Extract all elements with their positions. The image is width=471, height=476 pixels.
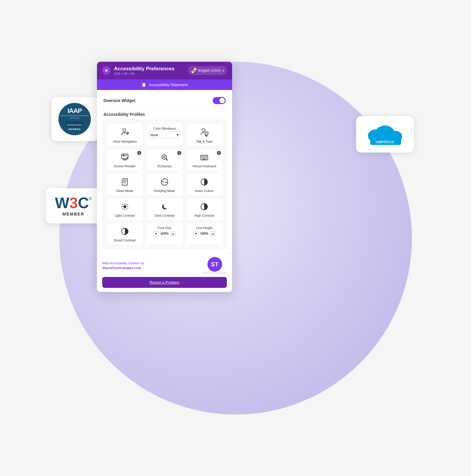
svg-rect-14 <box>125 155 127 156</box>
virtual-keyboard-label: Virtual Keyboard <box>192 164 216 168</box>
dictionary-info-icon: i <box>177 151 181 155</box>
color-blindness-select[interactable]: None ▾ <box>148 131 180 138</box>
high-contrast-label: High Contrast <box>195 214 214 217</box>
svg-rect-30 <box>122 179 128 185</box>
oversize-toggle[interactable] <box>213 97 226 104</box>
invert-colors-icon <box>200 178 208 187</box>
widget-footer: Web Accessibility Solution by SkynetTech… <box>97 254 232 292</box>
line-height-decrease-button[interactable]: ▾ <box>193 231 198 236</box>
dictionary-label: Dictionary <box>157 164 172 168</box>
font-size-decrease-button[interactable]: ▾ <box>153 231 159 236</box>
w3c-logo: W 3 C ® <box>55 195 92 211</box>
svg-point-7 <box>202 129 205 132</box>
w3c-letter-c: C <box>78 195 89 211</box>
font-size-label: Font Size <box>158 226 171 230</box>
svg-point-5 <box>123 129 126 132</box>
w3c-letter-w: W <box>55 195 69 211</box>
svg-rect-15 <box>125 156 127 156</box>
svg-point-18 <box>163 156 165 158</box>
footer-branding: Web Accessibility Solution by SkynetTech… <box>102 257 227 274</box>
features-grid: i <box>106 149 223 221</box>
svg-rect-13 <box>123 155 125 156</box>
footer-logo: ST <box>207 257 222 272</box>
svg-point-10 <box>205 133 206 134</box>
iaap-badge: IAAP International Association of Access… <box>58 103 91 135</box>
widget-title: Accessibility Preferences <box>114 66 175 72</box>
color-blindness-label: Color Blindness <box>153 127 176 130</box>
footer-branding-link: SkynetTechnologies.com <box>102 266 141 270</box>
widget-shortcut: (Ctrl + Alt + A) <box>114 72 175 75</box>
svg-point-36 <box>123 205 126 208</box>
read-mode-label: Read Mode <box>116 189 133 193</box>
iaap-org-text: ORGANIZATIONAL <box>67 124 82 126</box>
voice-navigation-item[interactable]: Voice Navigation <box>106 123 143 146</box>
close-button[interactable]: ✕ <box>102 66 110 75</box>
oversize-widget-row: Oversize Widget <box>102 95 227 108</box>
svg-rect-23 <box>205 156 205 157</box>
line-height-label: Line Height <box>196 226 213 230</box>
smart-contrast-label: Smart Contrast <box>114 238 136 242</box>
virtual-keyboard-item[interactable]: i <box>186 149 223 171</box>
read-mode-item[interactable]: Read Mode <box>106 173 143 196</box>
statement-text: Accessibility Statement <box>149 83 188 87</box>
flag-icon: 🇺🇸 <box>191 68 197 74</box>
line-height-control: Line Height ▾ 100% ▴ <box>186 223 223 245</box>
widget-body: Oversize Widget Accessibility Profiles <box>97 90 232 254</box>
invert-colors-item[interactable]: Invert Colors <box>186 173 223 196</box>
bottom-controls-row: Smart Contrast Font Size ▾ 100% ▴ Line H <box>106 223 223 245</box>
svg-rect-29 <box>202 159 206 159</box>
color-blindness-value: None <box>150 133 158 137</box>
light-contrast-item[interactable]: Light Contrast <box>106 198 143 221</box>
profile-top-row: Voice Navigation Color Blindness None ▾ <box>106 123 223 146</box>
profiles-grid: Voice Navigation Color Blindness None ▾ <box>102 120 227 249</box>
reading-mask-item[interactable]: Reading Mask <box>146 173 183 196</box>
widget-header: ✕ Accessibility Preferences (Ctrl + Alt … <box>97 62 232 79</box>
voice-navigation-label: Voice Navigation <box>113 140 137 143</box>
svg-rect-28 <box>206 158 207 158</box>
accessibility-widget-panel: ✕ Accessibility Preferences (Ctrl + Alt … <box>97 62 232 292</box>
iaap-card: IAAP International Association of Access… <box>51 97 98 141</box>
color-blindness-item[interactable]: Color Blindness None ▾ <box>146 123 183 146</box>
close-icon: ✕ <box>105 69 108 73</box>
dark-contrast-item[interactable]: Dark Contrast <box>146 198 183 221</box>
footer-text-block: Web Accessibility Solution by SkynetTech… <box>102 261 144 270</box>
talk-type-icon <box>200 128 209 138</box>
font-size-increase-button[interactable]: ▴ <box>170 231 176 236</box>
dictionary-item[interactable]: i Dictionary <box>146 149 183 171</box>
line-height-increase-button[interactable]: ▴ <box>210 231 215 236</box>
svg-line-41 <box>123 204 123 205</box>
virtual-keyboard-info-icon: i <box>217 151 221 155</box>
reading-mask-icon <box>160 178 169 187</box>
dark-contrast-label: Dark Contrast <box>155 214 175 217</box>
svg-line-43 <box>127 204 127 205</box>
iaap-subtitle: International Association of Accessibili… <box>58 114 91 119</box>
report-problem-button[interactable]: Report a Problem <box>102 277 227 288</box>
widget-title-block: Accessibility Preferences (Ctrl + Alt + … <box>114 66 175 75</box>
read-mode-icon <box>121 178 129 187</box>
high-contrast-item[interactable]: High Contrast <box>186 198 223 221</box>
oversize-label: Oversize Widget <box>103 98 135 103</box>
smart-contrast-icon <box>121 227 129 237</box>
light-contrast-label: Light Contrast <box>115 214 135 217</box>
footer-logo-sub: SKYNET TECHNOLOGIES <box>202 272 227 274</box>
w3c-registered: ® <box>89 196 92 201</box>
talk-and-type-item[interactable]: Talk & Type <box>186 123 223 146</box>
smart-contrast-item[interactable]: Smart Contrast <box>106 223 143 245</box>
footer-branding-label: Web Accessibility Solution by <box>102 261 144 265</box>
statement-icon: 📋 <box>141 82 146 87</box>
font-size-control: Font Size ▾ 100% ▴ <box>146 223 183 245</box>
w3c-number-3: 3 <box>69 195 78 211</box>
svg-point-11 <box>206 133 207 134</box>
screen-reader-item[interactable]: i <box>106 149 143 171</box>
voice-navigation-icon <box>120 128 129 138</box>
iaap-org-box: ORGANIZATIONAL <box>65 121 84 127</box>
accessibility-statement-bar[interactable]: 📋 Accessibility Statement <box>97 79 232 90</box>
footer-branding-text: Web Accessibility Solution by SkynetTech… <box>102 261 144 270</box>
language-selector[interactable]: 🇺🇸 English (USA) ▾ <box>188 66 227 75</box>
svg-rect-21 <box>202 156 202 157</box>
reading-mask-label: Reading Mask <box>154 189 175 193</box>
screen-reader-label: Screen Reader <box>114 164 136 168</box>
svg-text:salesforce: salesforce <box>376 139 394 144</box>
chevron-down-icon: ▾ <box>222 69 224 72</box>
font-size-value: 100% <box>160 232 169 235</box>
